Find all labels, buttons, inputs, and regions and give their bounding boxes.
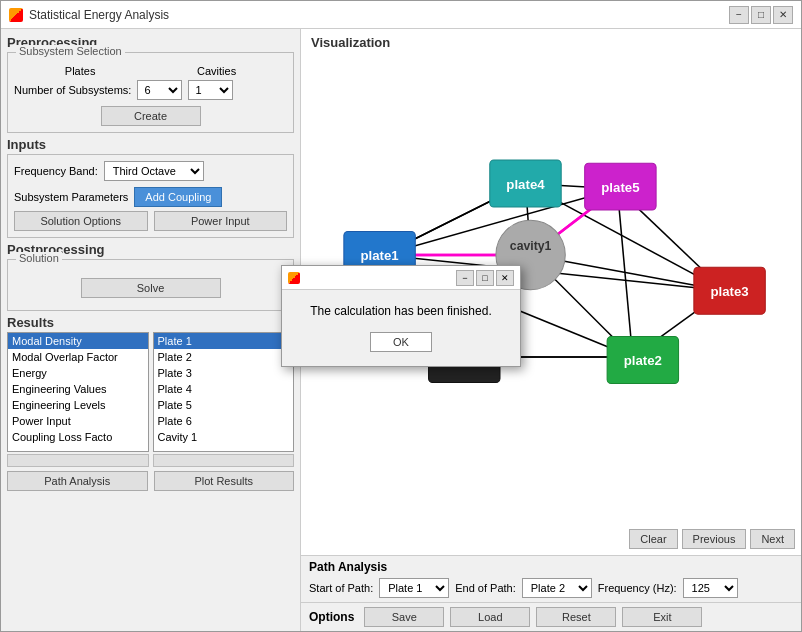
calculation-dialog: − □ ✕ The calculation has been finished.… — [281, 265, 521, 367]
dialog-icon — [288, 272, 300, 284]
dialog-close-button[interactable]: ✕ — [496, 270, 514, 286]
main-window: Statistical Energy Analysis − □ ✕ Prepro… — [0, 0, 802, 632]
dialog-body: The calculation has been finished. OK — [282, 290, 520, 366]
dialog-controls: − □ ✕ — [456, 270, 514, 286]
dialog-minimize-button[interactable]: − — [456, 270, 474, 286]
dialog-message: The calculation has been finished. — [298, 304, 504, 318]
dialog-titlebar: − □ ✕ — [282, 266, 520, 290]
dialog-restore-button[interactable]: □ — [476, 270, 494, 286]
dialog-overlay: − □ ✕ The calculation has been finished.… — [0, 0, 802, 632]
dialog-title-left — [288, 272, 300, 284]
dialog-ok-button[interactable]: OK — [370, 332, 432, 352]
